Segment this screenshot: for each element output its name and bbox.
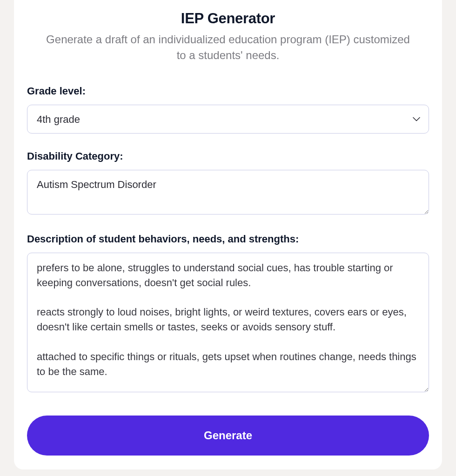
page-subtitle: Generate a draft of an individualized ed…: [27, 32, 429, 63]
description-field: Description of student behaviors, needs,…: [27, 233, 429, 394]
disability-category-field: Disability Category:: [27, 150, 429, 216]
grade-level-select[interactable]: 4th grade: [27, 105, 429, 134]
generate-button[interactable]: Generate: [27, 416, 429, 456]
disability-category-input[interactable]: [27, 170, 429, 215]
disability-category-label: Disability Category:: [27, 150, 429, 162]
description-input[interactable]: [27, 253, 429, 392]
description-label: Description of student behaviors, needs,…: [27, 233, 429, 245]
grade-level-label: Grade level:: [27, 85, 429, 97]
header: IEP Generator Generate a draft of an ind…: [27, 10, 429, 63]
page-title: IEP Generator: [27, 10, 429, 27]
form-card: IEP Generator Generate a draft of an ind…: [14, 0, 442, 469]
grade-level-select-wrapper: 4th grade: [27, 105, 429, 134]
grade-level-field: Grade level: 4th grade: [27, 85, 429, 134]
